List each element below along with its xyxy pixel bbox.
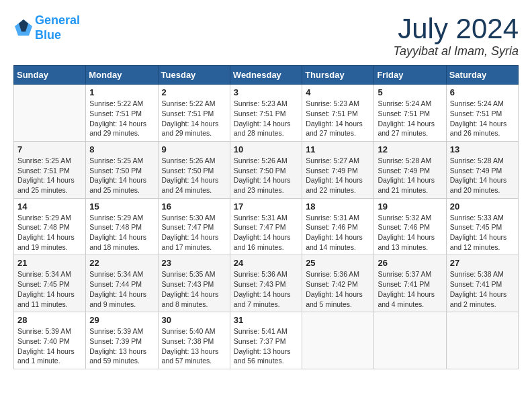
calendar-day-22: 22Sunrise: 5:34 AM Sunset: 7:44 PM Dayli… — [86, 255, 158, 312]
day-number: 29 — [89, 315, 154, 325]
day-info: Sunrise: 5:23 AM Sunset: 7:51 PM Dayligh… — [234, 99, 298, 138]
calendar-day-30: 30Sunrise: 5:40 AM Sunset: 7:38 PM Dayli… — [158, 312, 230, 369]
day-info: Sunrise: 5:26 AM Sunset: 7:50 PM Dayligh… — [162, 156, 226, 195]
logo-text: General Blue — [35, 13, 80, 42]
day-number: 26 — [378, 258, 442, 268]
calendar-day-empty — [374, 312, 446, 369]
day-info: Sunrise: 5:28 AM Sunset: 7:49 PM Dayligh… — [450, 156, 515, 195]
calendar-day-12: 12Sunrise: 5:28 AM Sunset: 7:49 PM Dayli… — [374, 141, 446, 198]
day-info: Sunrise: 5:25 AM Sunset: 7:50 PM Dayligh… — [89, 156, 154, 195]
logo-icon — [13, 18, 34, 38]
calendar-day-26: 26Sunrise: 5:37 AM Sunset: 7:41 PM Dayli… — [374, 255, 446, 312]
weekday-header-sunday: Sunday — [14, 66, 86, 85]
calendar-day-23: 23Sunrise: 5:35 AM Sunset: 7:43 PM Dayli… — [158, 255, 230, 312]
weekday-header-saturday: Saturday — [446, 66, 518, 85]
day-info: Sunrise: 5:25 AM Sunset: 7:51 PM Dayligh… — [17, 156, 82, 195]
calendar-week-row: 7Sunrise: 5:25 AM Sunset: 7:51 PM Daylig… — [14, 141, 519, 198]
calendar-day-4: 4Sunrise: 5:23 AM Sunset: 7:51 PM Daylig… — [302, 85, 374, 142]
day-info: Sunrise: 5:29 AM Sunset: 7:48 PM Dayligh… — [89, 213, 154, 253]
calendar-day-11: 11Sunrise: 5:27 AM Sunset: 7:49 PM Dayli… — [302, 141, 374, 198]
logo: General Blue — [13, 13, 80, 42]
calendar-day-16: 16Sunrise: 5:30 AM Sunset: 7:47 PM Dayli… — [158, 198, 230, 255]
calendar-day-1: 1Sunrise: 5:22 AM Sunset: 7:51 PM Daylig… — [86, 85, 158, 142]
day-number: 12 — [378, 144, 442, 154]
weekday-header-wednesday: Wednesday — [230, 66, 302, 85]
day-number: 15 — [89, 201, 154, 212]
calendar-week-row: 14Sunrise: 5:29 AM Sunset: 7:48 PM Dayli… — [14, 198, 519, 255]
calendar-day-28: 28Sunrise: 5:39 AM Sunset: 7:40 PM Dayli… — [14, 312, 86, 369]
calendar-day-10: 10Sunrise: 5:26 AM Sunset: 7:50 PM Dayli… — [230, 141, 302, 198]
calendar-day-25: 25Sunrise: 5:36 AM Sunset: 7:42 PM Dayli… — [302, 255, 374, 312]
day-number: 31 — [234, 315, 298, 325]
day-number: 13 — [450, 144, 515, 154]
day-number: 3 — [234, 87, 298, 97]
title-block: July 2024 Tayyibat al Imam, Syria — [394, 13, 519, 58]
day-info: Sunrise: 5:39 AM Sunset: 7:40 PM Dayligh… — [17, 326, 82, 366]
day-number: 22 — [89, 258, 154, 268]
day-number: 21 — [17, 258, 82, 268]
day-number: 9 — [162, 144, 226, 154]
calendar-week-row: 28Sunrise: 5:39 AM Sunset: 7:40 PM Dayli… — [14, 312, 519, 369]
day-info: Sunrise: 5:32 AM Sunset: 7:46 PM Dayligh… — [378, 213, 442, 253]
day-number: 8 — [89, 144, 154, 154]
calendar-day-24: 24Sunrise: 5:36 AM Sunset: 7:43 PM Dayli… — [230, 255, 302, 312]
calendar-day-empty — [14, 85, 86, 142]
calendar-day-9: 9Sunrise: 5:26 AM Sunset: 7:50 PM Daylig… — [158, 141, 230, 198]
day-number: 10 — [234, 144, 298, 154]
calendar-day-7: 7Sunrise: 5:25 AM Sunset: 7:51 PM Daylig… — [14, 141, 86, 198]
logo-line1: General — [35, 13, 80, 27]
calendar-day-15: 15Sunrise: 5:29 AM Sunset: 7:48 PM Dayli… — [86, 198, 158, 255]
calendar-day-18: 18Sunrise: 5:31 AM Sunset: 7:46 PM Dayli… — [302, 198, 374, 255]
day-number: 28 — [17, 315, 82, 325]
day-info: Sunrise: 5:24 AM Sunset: 7:51 PM Dayligh… — [450, 99, 515, 138]
day-number: 1 — [89, 87, 154, 97]
day-number: 23 — [162, 258, 226, 268]
calendar-day-27: 27Sunrise: 5:38 AM Sunset: 7:41 PM Dayli… — [446, 255, 518, 312]
day-info: Sunrise: 5:22 AM Sunset: 7:51 PM Dayligh… — [162, 99, 226, 138]
day-info: Sunrise: 5:24 AM Sunset: 7:51 PM Dayligh… — [378, 99, 442, 138]
calendar-day-31: 31Sunrise: 5:41 AM Sunset: 7:37 PM Dayli… — [230, 312, 302, 369]
calendar-day-21: 21Sunrise: 5:34 AM Sunset: 7:45 PM Dayli… — [14, 255, 86, 312]
calendar-week-row: 1Sunrise: 5:22 AM Sunset: 7:51 PM Daylig… — [14, 85, 519, 142]
day-info: Sunrise: 5:33 AM Sunset: 7:45 PM Dayligh… — [450, 213, 515, 253]
calendar-day-empty — [302, 312, 374, 369]
day-number: 27 — [450, 258, 515, 268]
day-info: Sunrise: 5:36 AM Sunset: 7:42 PM Dayligh… — [306, 269, 370, 309]
day-number: 25 — [306, 258, 370, 268]
day-info: Sunrise: 5:36 AM Sunset: 7:43 PM Dayligh… — [234, 269, 298, 309]
weekday-header-row: SundayMondayTuesdayWednesdayThursdayFrid… — [14, 66, 519, 85]
day-number: 24 — [234, 258, 298, 268]
calendar-table: SundayMondayTuesdayWednesdayThursdayFrid… — [13, 65, 519, 369]
day-info: Sunrise: 5:30 AM Sunset: 7:47 PM Dayligh… — [162, 213, 226, 253]
day-info: Sunrise: 5:35 AM Sunset: 7:43 PM Dayligh… — [162, 269, 226, 309]
day-number: 30 — [162, 315, 226, 325]
day-number: 7 — [17, 144, 82, 154]
location-title: Tayyibat al Imam, Syria — [394, 44, 519, 58]
calendar-day-29: 29Sunrise: 5:39 AM Sunset: 7:39 PM Dayli… — [86, 312, 158, 369]
weekday-header-thursday: Thursday — [302, 66, 374, 85]
day-number: 6 — [450, 87, 515, 97]
day-info: Sunrise: 5:39 AM Sunset: 7:39 PM Dayligh… — [89, 326, 154, 366]
calendar-day-3: 3Sunrise: 5:23 AM Sunset: 7:51 PM Daylig… — [230, 85, 302, 142]
calendar-day-6: 6Sunrise: 5:24 AM Sunset: 7:51 PM Daylig… — [446, 85, 518, 142]
day-number: 11 — [306, 144, 370, 154]
day-info: Sunrise: 5:37 AM Sunset: 7:41 PM Dayligh… — [378, 269, 442, 309]
day-number: 4 — [306, 87, 370, 97]
calendar-day-17: 17Sunrise: 5:31 AM Sunset: 7:47 PM Dayli… — [230, 198, 302, 255]
weekday-header-monday: Monday — [86, 66, 158, 85]
day-info: Sunrise: 5:31 AM Sunset: 7:47 PM Dayligh… — [234, 213, 298, 253]
day-number: 16 — [162, 201, 226, 212]
day-number: 5 — [378, 87, 442, 97]
weekday-header-tuesday: Tuesday — [158, 66, 230, 85]
day-number: 19 — [378, 201, 442, 212]
calendar-day-8: 8Sunrise: 5:25 AM Sunset: 7:50 PM Daylig… — [86, 141, 158, 198]
day-number: 2 — [162, 87, 226, 97]
day-info: Sunrise: 5:38 AM Sunset: 7:41 PM Dayligh… — [450, 269, 515, 309]
calendar-day-14: 14Sunrise: 5:29 AM Sunset: 7:48 PM Dayli… — [14, 198, 86, 255]
calendar-day-empty — [446, 312, 518, 369]
day-info: Sunrise: 5:40 AM Sunset: 7:38 PM Dayligh… — [162, 326, 226, 366]
month-title: July 2024 — [394, 13, 519, 44]
day-info: Sunrise: 5:23 AM Sunset: 7:51 PM Dayligh… — [306, 99, 370, 138]
day-info: Sunrise: 5:34 AM Sunset: 7:44 PM Dayligh… — [89, 269, 154, 309]
calendar-day-19: 19Sunrise: 5:32 AM Sunset: 7:46 PM Dayli… — [374, 198, 446, 255]
